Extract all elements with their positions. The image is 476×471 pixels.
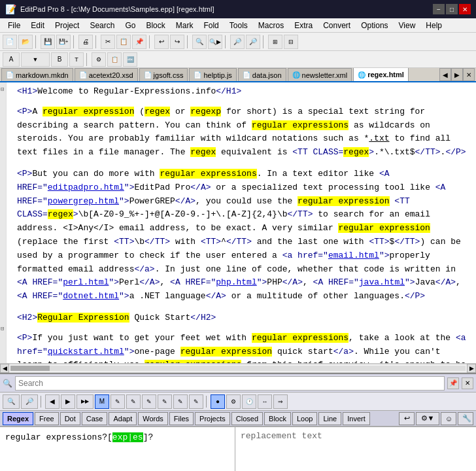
tab-acetext[interactable]: 📄 acetext20.xsd <box>75 68 138 81</box>
menu-tools[interactable]: Tools <box>224 20 253 31</box>
tb2-btn7[interactable]: 🔤 <box>123 52 137 67</box>
tb2-btn5[interactable]: ⚙ <box>92 52 106 67</box>
opt-extra[interactable]: 🔧 <box>458 412 473 425</box>
fold-marker-h2[interactable]: ⊟ <box>1 324 4 334</box>
tb2-btn3[interactable]: B <box>51 52 68 67</box>
menu-block[interactable]: Block <box>141 20 170 31</box>
find-next-btn[interactable]: 🔍▶ <box>208 35 222 49</box>
menu-mark[interactable]: Mark <box>171 20 199 31</box>
menu-options[interactable]: Options <box>356 20 393 31</box>
st-active-btn[interactable]: ● <box>211 394 225 409</box>
tab-nav-right[interactable]: ▶ <box>451 68 463 81</box>
menu-extra[interactable]: Extra <box>289 20 318 31</box>
search-header-bar: 🔍 📌 ✕ <box>0 374 476 392</box>
st-mark5[interactable]: ✎ <box>158 394 172 409</box>
st-zoom-in[interactable]: 🔎 <box>21 394 38 409</box>
opt-dot[interactable]: Dot <box>60 412 80 425</box>
pin-button[interactable]: 📌 <box>447 377 459 389</box>
tab-close-all[interactable]: ✕ <box>463 68 475 81</box>
st-mark[interactable]: M <box>95 394 109 409</box>
menu-edit[interactable]: Edit <box>26 20 50 31</box>
print-btn[interactable]: 🖨 <box>78 35 93 49</box>
opt-free[interactable]: Free <box>35 412 59 425</box>
fold-marker-h1[interactable]: ⊟ <box>1 85 4 94</box>
misc-btn2[interactable]: ⊟ <box>284 35 298 49</box>
opt-wrap[interactable]: ↩ <box>399 412 415 425</box>
zoom-in-btn[interactable]: 🔎 <box>246 35 260 49</box>
scroll-thumb[interactable] <box>10 366 50 371</box>
save-all-btn[interactable]: 💾+ <box>56 35 71 49</box>
menubar: File Edit Project Search Go Block Mark F… <box>0 18 476 33</box>
st-mark3[interactable]: ✎ <box>126 394 141 409</box>
redo-btn[interactable]: ↪ <box>170 35 184 49</box>
menu-macros[interactable]: Macros <box>253 20 289 31</box>
zoom-out-btn[interactable]: 🔎 <box>230 35 245 49</box>
tab-regex[interactable]: 🌐 regex.html <box>353 68 409 81</box>
tab-jgsoft[interactable]: 📄 jgsoft.css <box>139 68 188 81</box>
tb2-btn6[interactable]: 📋 <box>107 52 122 67</box>
scroll-track[interactable] <box>10 366 466 371</box>
st-replace-all[interactable]: ⇒ <box>273 394 288 409</box>
opt-line[interactable]: Line <box>318 412 341 425</box>
menu-file[interactable]: File <box>3 20 26 31</box>
st-history[interactable]: 🕐 <box>242 394 256 409</box>
st-replace[interactable]: ↔ <box>258 394 272 409</box>
opt-words[interactable]: Words <box>138 412 168 425</box>
st-mark6[interactable]: ✎ <box>173 394 188 409</box>
close-button[interactable]: ✕ <box>459 4 471 14</box>
st-settings[interactable]: ⚙ <box>226 394 241 409</box>
tab-helptip[interactable]: 📄 helptip.js <box>189 68 236 81</box>
open-btn[interactable]: 📂 <box>18 35 33 49</box>
menu-fold[interactable]: Fold <box>198 20 224 31</box>
search-input[interactable] <box>15 376 445 391</box>
opt-config[interactable]: ⚙▼ <box>416 412 439 425</box>
opt-files[interactable]: Files <box>169 412 194 425</box>
find-btn[interactable]: 🔍 <box>192 35 207 49</box>
copy-btn[interactable]: 📋 <box>116 35 131 49</box>
opt-regex[interactable]: Regex <box>3 412 33 425</box>
menu-view[interactable]: View <box>394 20 421 31</box>
st-zoom-out[interactable]: 🔍 <box>3 394 20 409</box>
paste-btn[interactable]: 📌 <box>132 35 146 49</box>
scroll-right-btn[interactable]: ▶ <box>467 364 476 373</box>
tb2-btn2[interactable]: ▼ <box>21 52 50 67</box>
opt-block[interactable]: Block <box>264 412 291 425</box>
st-find-prev[interactable]: ◀ <box>45 394 60 409</box>
opt-loop[interactable]: Loop <box>292 412 317 425</box>
opt-adapt[interactable]: Adapt <box>109 412 137 425</box>
menu-help[interactable]: Help <box>420 20 447 31</box>
opt-invert[interactable]: Invert <box>343 412 370 425</box>
menu-project[interactable]: Project <box>50 20 84 31</box>
tab-markdown[interactable]: 📄 markdown.mkdn <box>1 68 73 81</box>
tab-datajson[interactable]: 📄 data.json <box>238 68 286 81</box>
cut-btn[interactable]: ✂ <box>101 35 115 49</box>
st-mark2[interactable]: ✎ <box>110 394 125 409</box>
opt-case[interactable]: Case <box>82 412 108 425</box>
undo-btn[interactable]: ↩ <box>154 35 169 49</box>
menu-convert[interactable]: Convert <box>318 20 356 31</box>
menu-search[interactable]: Search <box>84 20 120 31</box>
new-btn[interactable]: 📄 <box>3 35 17 49</box>
misc-btn1[interactable]: ⊞ <box>268 35 282 49</box>
close-search-button[interactable]: ✕ <box>462 377 473 389</box>
st-mark4[interactable]: ✎ <box>142 394 156 409</box>
st-find-all[interactable]: ▶▶ <box>76 394 94 409</box>
st-find-next[interactable]: ▶ <box>61 394 75 409</box>
opt-smiley[interactable]: ☺ <box>441 412 456 425</box>
opt-projects[interactable]: Projects <box>195 412 230 425</box>
horizontal-scrollbar[interactable]: ◀ ▶ <box>0 364 476 373</box>
minimize-button[interactable]: − <box>433 4 445 14</box>
scroll-left-btn[interactable]: ◀ <box>0 364 9 373</box>
opt-closed[interactable]: Closed <box>231 412 263 425</box>
tb2-btn4[interactable]: T <box>69 52 84 67</box>
tab-nav-left[interactable]: ◀ <box>439 68 451 81</box>
regex-display[interactable]: regular expressions?[exp|es]? <box>3 430 232 446</box>
tb2-btn1[interactable]: A <box>3 52 20 67</box>
st-mark7[interactable]: ✎ <box>189 394 203 409</box>
maximize-button[interactable]: □ <box>446 4 458 14</box>
tab-newsletter[interactable]: 🌐 newsletter.xml <box>288 68 352 81</box>
replacement-text-display[interactable]: replacement text <box>238 430 473 442</box>
menu-go[interactable]: Go <box>120 20 141 31</box>
editor-area[interactable]: ⊟ <H1>Welcome to Regular-Expressions.inf… <box>0 82 476 364</box>
save-btn[interactable]: 💾 <box>41 35 55 49</box>
